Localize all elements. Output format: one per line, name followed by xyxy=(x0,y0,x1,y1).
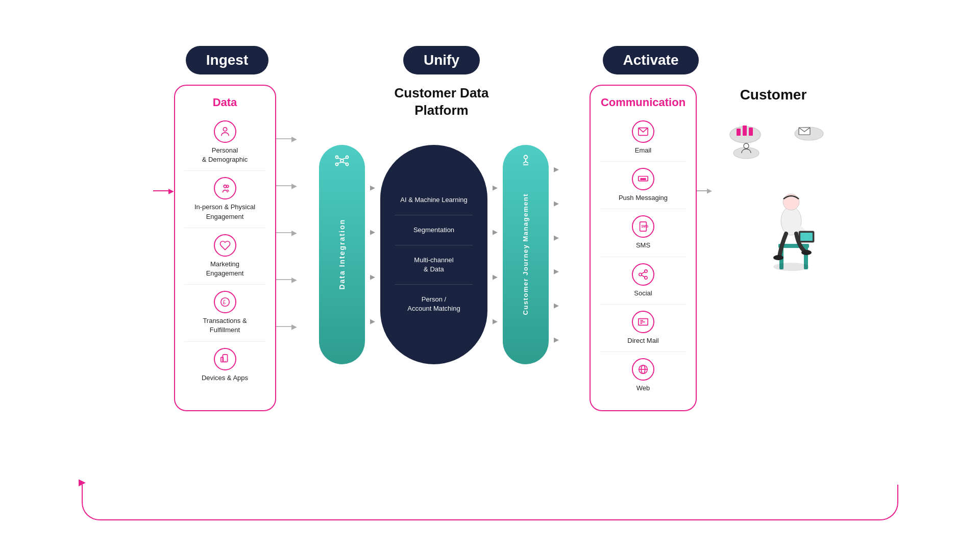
svg-line-13 xyxy=(338,158,342,159)
svg-point-27 xyxy=(645,276,648,279)
activate-card: Communication Email Push Messaging xyxy=(590,85,697,411)
customer-section: Customer xyxy=(722,87,824,277)
svg-rect-51 xyxy=(800,233,813,241)
svg-point-26 xyxy=(639,273,642,276)
ingest-card: Data Personal& Demographic In-person & P… xyxy=(174,85,276,411)
svg-point-53 xyxy=(801,250,812,255)
core-item-person: Person /Account Matching xyxy=(407,295,460,313)
loop-arrow: ▶ xyxy=(79,477,86,488)
item-personal: Personal& Demographic xyxy=(184,114,266,171)
ingest-section: Ingest ▶ Data Personal& De xyxy=(156,46,299,411)
arr3: ▶ xyxy=(276,229,302,237)
journey-label: Customer Journey Management xyxy=(522,193,530,315)
activate-to-customer-arrow: ▶ xyxy=(697,187,712,194)
unify-header: Unify xyxy=(403,46,480,74)
svg-point-54 xyxy=(773,263,809,271)
social-label: Social xyxy=(634,289,652,298)
activate-card-title: Communication xyxy=(601,96,685,109)
item-sms: SMS SMS xyxy=(600,209,687,257)
svg-line-16 xyxy=(342,162,346,163)
cloud-email-icon xyxy=(794,118,824,143)
feedback-loop xyxy=(82,485,898,520)
ingest-header: Ingest xyxy=(186,46,268,74)
person-illustration xyxy=(748,172,819,277)
svg-point-9 xyxy=(336,156,338,158)
devices-label: Devices & Apps xyxy=(202,373,248,383)
svg-line-29 xyxy=(642,272,645,274)
arr5: ▶ xyxy=(276,322,302,331)
inperson-icon xyxy=(214,177,236,199)
svg-point-10 xyxy=(346,156,349,158)
item-social: Social xyxy=(600,257,687,305)
push-icon xyxy=(632,168,654,190)
item-web: Web xyxy=(600,352,687,399)
svg-rect-38 xyxy=(737,129,741,136)
marketing-icon xyxy=(214,234,236,257)
svg-text:SMS: SMS xyxy=(641,224,649,228)
email-icon xyxy=(632,120,654,143)
item-email: Email xyxy=(600,114,687,162)
arr4: ▶ xyxy=(276,276,302,284)
customer-title: Customer xyxy=(740,87,807,103)
ingest-arrows: ▶ ▶ ▶ ▶ ▶ xyxy=(276,105,302,360)
core-pill: AI & Machine Learning Segmentation Multi… xyxy=(380,145,487,364)
personal-icon xyxy=(214,120,236,143)
core-item-ai: AI & Machine Learning xyxy=(400,195,468,205)
svg-point-44 xyxy=(744,143,749,148)
svg-rect-40 xyxy=(749,128,753,136)
core-item-multi: Multi-channel& Data xyxy=(414,256,453,274)
arr2: ▶ xyxy=(276,182,302,190)
svg-point-0 xyxy=(223,128,227,131)
arr1: ▶ xyxy=(276,135,302,143)
svg-point-12 xyxy=(346,163,349,165)
cloud-person-icon xyxy=(732,139,761,161)
journey-pill: Customer Journey Management xyxy=(503,145,549,364)
social-icon xyxy=(632,263,654,286)
svg-point-22 xyxy=(644,179,646,180)
item-direct-mail: Direct Mail xyxy=(600,305,687,352)
ingest-card-title: Data xyxy=(213,96,237,109)
email-label: Email xyxy=(635,146,652,155)
web-icon xyxy=(632,358,654,381)
svg-rect-39 xyxy=(743,126,747,136)
item-transactions: £ Transactions &Fulfillment xyxy=(184,285,266,341)
journey-top-icon xyxy=(518,153,533,172)
data-integration-pill: Data Integration xyxy=(319,145,365,364)
svg-point-25 xyxy=(645,269,648,272)
integration-top-icon xyxy=(334,153,350,172)
item-marketing: MarketingEngagement xyxy=(184,228,266,285)
web-label: Web xyxy=(636,384,650,393)
activate-section: Activate Communication Email xyxy=(584,46,717,411)
sms-icon: SMS xyxy=(632,215,654,238)
customer-illustration xyxy=(722,113,824,277)
item-devices: Devices & Apps xyxy=(184,342,266,389)
personal-label: Personal& Demographic xyxy=(202,146,248,164)
core-item-seg: Segmentation xyxy=(413,226,454,235)
svg-point-8 xyxy=(340,159,344,162)
unify-section: Unify Customer DataPlatform Data Integra… xyxy=(299,46,584,369)
activate-header: Activate xyxy=(603,46,699,74)
direct-mail-icon xyxy=(632,311,654,333)
svg-point-2 xyxy=(226,185,229,188)
integration-label: Data Integration xyxy=(338,219,346,290)
push-label: Push Messaging xyxy=(619,193,668,203)
svg-text:£: £ xyxy=(223,299,226,305)
svg-point-48 xyxy=(781,207,801,235)
svg-point-11 xyxy=(336,163,338,165)
svg-rect-7 xyxy=(220,357,223,362)
item-inperson: In-person & PhysicalEngagement xyxy=(184,171,266,228)
diagram-container: ▶ Ingest ▶ Data xyxy=(41,31,939,520)
svg-point-21 xyxy=(643,179,644,180)
transactions-label: Transactions &Fulfillment xyxy=(203,316,247,335)
svg-line-28 xyxy=(642,275,645,277)
svg-line-14 xyxy=(342,158,346,159)
svg-point-20 xyxy=(641,179,642,180)
devices-icon xyxy=(214,348,236,370)
main-row: Ingest ▶ Data Personal& De xyxy=(41,31,939,411)
item-push: Push Messaging xyxy=(600,162,687,209)
marketing-label: MarketingEngagement xyxy=(206,260,244,278)
inperson-label: In-person & PhysicalEngagement xyxy=(194,203,255,221)
sms-label: SMS xyxy=(636,241,650,250)
svg-point-17 xyxy=(524,155,528,159)
direct-mail-label: Direct Mail xyxy=(627,336,658,345)
